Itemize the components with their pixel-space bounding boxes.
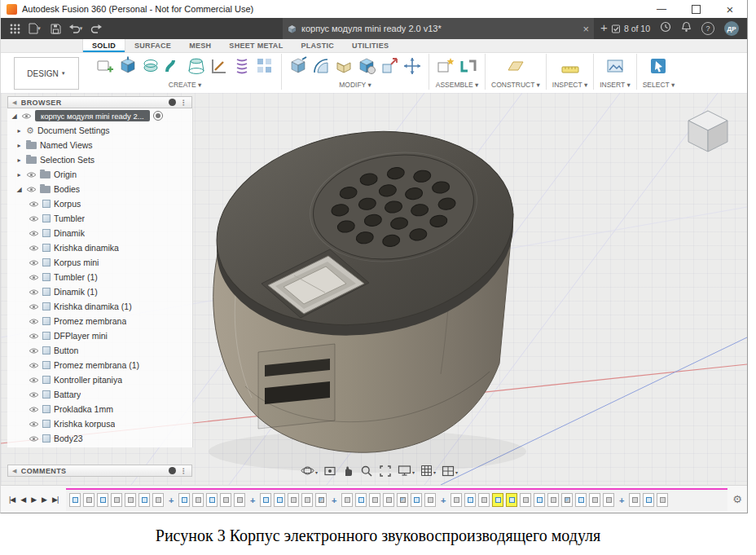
visibility-eye-icon[interactable] [29,289,39,296]
timeline-feature-extrude[interactable] [589,493,600,507]
browser-panel-header[interactable]: ◀ BROWSER ⋮ [7,96,192,108]
visibility-eye-icon[interactable] [29,274,39,281]
ribbon-group-label[interactable]: CREATE ▾ [169,81,201,89]
timeline-feature-sketch[interactable] [464,493,476,507]
tree-node-bodies[interactable]: ◢Bodies [7,182,192,196]
timeline-feature-sketch-selected[interactable] [492,493,503,507]
tree-body-kontroller-pitaniya[interactable]: Kontroller pitaniya [7,372,192,387]
viewport[interactable]: ◀ BROWSER ⋮ ◢ корпус модуля mini ready 2… [1,93,747,485]
tree-body-button[interactable]: Button [7,343,192,358]
timeline-feature-move[interactable]: + [166,496,176,505]
grid-snaps-button[interactable]: ▾ [420,465,436,480]
visibility-eye-icon[interactable] [29,333,39,340]
ribbon-group-label[interactable]: ASSEMBLE ▾ [436,81,478,89]
tree-body-battary[interactable]: Battary [7,387,192,402]
tree-body-dinamik-1-[interactable]: Dinamik (1) [7,284,192,299]
timeline-feature-extrude[interactable] [341,493,353,507]
display-settings-button[interactable]: ▾ [398,465,415,480]
visibility-eye-icon[interactable] [29,362,39,369]
expand-arrow-icon[interactable]: ▸ [15,142,23,149]
undo-icon[interactable]: ▼ [67,20,85,37]
job-status[interactable]: 8 of 10 [611,24,650,33]
timeline-feature-sketch[interactable] [643,493,654,507]
timeline-feature-combine[interactable] [315,493,327,507]
timeline-feature-extrude[interactable] [369,493,380,507]
timeline-feature-extrude[interactable] [547,493,559,507]
timeline-feature-sketch[interactable] [260,493,271,507]
timeline-feature-extrude[interactable] [383,493,394,507]
combine-icon[interactable] [356,55,377,77]
visibility-eye-icon[interactable] [29,421,39,428]
pan-button[interactable] [342,465,354,481]
visibility-eye-icon[interactable] [29,391,39,399]
extrude-icon[interactable] [117,55,138,77]
new-component-icon[interactable] [435,55,456,77]
timeline-feature-sketch[interactable] [69,493,81,507]
close-button[interactable]: × [713,0,747,18]
tree-node-origin[interactable]: ▸Origin [7,167,192,182]
timeline-feature-sketch-selected[interactable] [506,493,517,507]
timeline-feature-sketch[interactable] [274,493,285,507]
sweep-icon[interactable] [163,55,184,77]
ribbon-group-label[interactable]: CONSTRUCT ▾ [491,81,540,89]
timeline-feature-extrude[interactable] [603,493,614,507]
timeline-feature-extrude[interactable] [234,493,245,507]
timeline-feature-move[interactable]: + [329,496,339,505]
tree-body-prokladka-1mm[interactable]: Prokladka 1mm [7,402,192,416]
timeline-settings-gear-icon[interactable]: ⚙ [727,493,747,505]
play-button[interactable]: ▶ [31,496,36,504]
tab-close-icon[interactable]: × [582,24,589,34]
file-menu-icon[interactable]: ▼ [26,20,44,37]
save-icon[interactable] [46,20,64,37]
ribbon-group-label[interactable]: INSERT ▾ [600,81,631,89]
timeline-feature-sketch[interactable] [355,493,367,507]
timeline-feature-extrude[interactable] [288,493,299,507]
timeline-feature-extrude[interactable] [83,493,94,507]
timeline-feature-extrude[interactable] [220,493,231,507]
tree-node-document-settings[interactable]: ▸⚙Document Settings [7,123,192,138]
joint-icon[interactable] [458,55,479,77]
timeline-feature-extrude[interactable] [125,493,136,507]
skip-to-end-button[interactable]: ▶| [52,496,58,504]
ribbon-tab-surface[interactable]: SURFACE [125,39,180,52]
timeline-feature-extrude[interactable] [520,493,531,507]
timeline-feature-sketch[interactable] [206,493,218,507]
timeline-feature-extrude[interactable] [301,493,313,507]
visibility-eye-icon[interactable] [29,200,39,208]
panel-options-icon[interactable] [169,467,176,474]
panel-handle-icon[interactable]: ⋮ [180,99,187,107]
revolve-icon[interactable] [140,55,161,77]
timeline-feature-sketch[interactable] [411,493,422,507]
root-component-badge[interactable]: корпус модуля mini ready 2... [35,110,150,121]
tree-body-dinamik[interactable]: Dinamik [7,226,192,240]
ribbon-tab-utilities[interactable]: UTILITIES [343,39,398,52]
visibility-eye-icon[interactable] [29,318,39,325]
rib-icon[interactable] [209,55,230,77]
visibility-eye-icon[interactable] [29,303,39,311]
tree-body-dfplayer-mini[interactable]: DFPlayer mini [7,328,192,343]
expand-arrow-icon[interactable]: ▸ [15,156,23,164]
timeline-feature-combine[interactable] [561,493,573,507]
timeline-feature-extrude[interactable] [192,493,204,507]
expand-arrow-icon[interactable]: ▸ [15,171,23,178]
timeline-feature-extrude[interactable] [152,493,164,507]
orbit-button[interactable]: ▾ [301,464,318,481]
viewports-button[interactable]: ▾ [442,465,458,480]
design-dropdown[interactable]: DESIGN ▼ [14,57,79,90]
tree-body-krishka-dinamika[interactable]: Krishka dinamika [7,240,192,255]
timeline-feature-sketch[interactable] [534,493,545,507]
timeline-feature-move[interactable]: + [617,496,626,505]
timeline-feature-sketch[interactable] [97,493,108,507]
tree-body-korpus[interactable]: Korpus [7,196,192,211]
new-sketch-icon[interactable] [94,55,116,77]
ribbon-group-label[interactable]: MODIFY ▾ [339,81,371,89]
timeline-feature-extrude[interactable] [451,493,462,507]
timeline-feature-extrude[interactable] [629,493,640,507]
maximize-button[interactable] [679,0,713,18]
ribbon-tab-sheet-metal[interactable]: SHEET METAL [220,39,292,52]
visibility-eye-icon[interactable] [29,347,39,355]
expand-arrow-open-icon[interactable]: ◢ [15,186,23,193]
comments-panel-header[interactable]: ◀ COMMENTS ⋮ [7,465,192,477]
tree-body-promez-membrana[interactable]: Promez membrana [7,314,192,328]
ribbon-tab-mesh[interactable]: MESH [180,39,220,52]
